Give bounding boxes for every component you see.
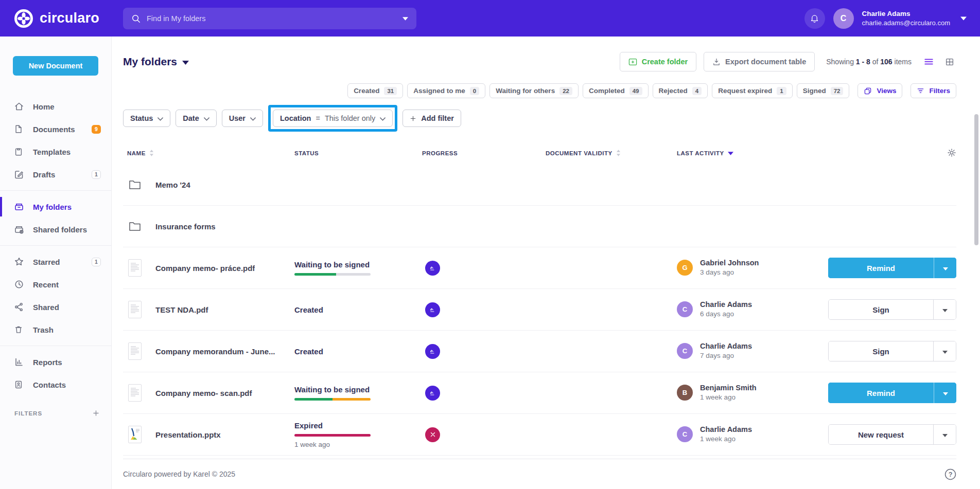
sidebar-item-contacts[interactable]: Contacts: [0, 373, 111, 396]
sign-dropdown-button[interactable]: [933, 341, 956, 361]
vertical-scrollbar-thumb[interactable]: [974, 114, 978, 245]
chip-signed[interactable]: Signed72: [797, 83, 850, 98]
column-header-progress[interactable]: PROGRESS: [422, 150, 546, 156]
chip-assigned-to-me[interactable]: Assigned to me0: [407, 83, 485, 98]
user-email: charlie.adams@circularo.com: [862, 19, 950, 28]
list-view-button[interactable]: [922, 56, 936, 68]
document-row[interactable]: Company memorandum - June...CreatedCChar…: [123, 331, 956, 372]
chip-completed[interactable]: Completed49: [583, 83, 649, 98]
column-header-document-validity[interactable]: DOCUMENT VALIDITY: [546, 150, 677, 157]
user-avatar[interactable]: C: [833, 8, 854, 29]
status-chips-row: Created31Assigned to me0Waiting for othe…: [123, 83, 956, 98]
row-name[interactable]: Presentation.pptx: [155, 430, 221, 439]
table-settings-button[interactable]: [947, 148, 956, 159]
filter-lines-icon: [917, 87, 924, 94]
actor-name: Charlie Adams: [700, 425, 752, 434]
circularo-logo[interactable]: circularo: [13, 8, 99, 29]
chip-waiting-for-others[interactable]: Waiting for others22: [489, 83, 579, 98]
status-subtext: 1 week ago: [294, 441, 422, 448]
chip-created[interactable]: Created31: [347, 83, 403, 98]
row-name[interactable]: Company memorandum - June...: [155, 347, 275, 356]
column-header-last-activity[interactable]: LAST ACTIVITY: [677, 150, 828, 156]
folder-row[interactable]: Insurance forms: [123, 206, 956, 247]
reports-icon: [14, 357, 24, 367]
sidebar-item-reports[interactable]: Reports: [0, 351, 111, 373]
document-row[interactable]: Presentation.pptxExpired1 week agoCCharl…: [123, 414, 956, 456]
chip-rejected[interactable]: Rejected4: [653, 83, 708, 98]
folder-icon: [127, 221, 143, 231]
new-request-button[interactable]: New request: [829, 425, 933, 444]
add-filter-shortcut-button[interactable]: [92, 409, 100, 417]
row-name[interactable]: Company memo- scan.pdf: [155, 389, 252, 397]
views-button[interactable]: Views: [857, 83, 902, 98]
sidebar-item-label: My folders: [33, 203, 72, 211]
sidebar-item-templates[interactable]: Templates: [0, 140, 111, 163]
status-label: Created: [294, 305, 422, 314]
sidebar-item-home[interactable]: Home: [0, 95, 111, 118]
sidebar-item-starred[interactable]: Starred 1: [0, 250, 111, 273]
create-folder-button[interactable]: Create folder: [620, 52, 696, 71]
chip-request-expired[interactable]: Request expired1: [712, 83, 792, 98]
remind-button[interactable]: Remind: [828, 383, 934, 403]
row-name[interactable]: Memo '24: [155, 180, 190, 189]
document-row[interactable]: Company memo- scan.pdfWaiting to be sign…: [123, 372, 956, 414]
svg-text:?: ?: [949, 470, 953, 478]
sidebar-item-my-folders[interactable]: My folders: [0, 195, 111, 218]
chip-count: 49: [629, 87, 642, 95]
column-header-name[interactable]: NAME: [123, 150, 294, 157]
chip-count: 31: [384, 87, 397, 95]
new-document-button[interactable]: New Document: [13, 56, 98, 76]
sidebar-item-drafts[interactable]: Drafts 1: [0, 163, 111, 186]
sign-button[interactable]: Sign: [829, 300, 933, 319]
showing-count: Showing 1 - 8 of 106 items: [826, 58, 912, 66]
filters-button[interactable]: Filters: [911, 83, 956, 98]
signature-progress-icon: [425, 386, 440, 401]
chevron-down-icon: [157, 117, 163, 121]
sidebar-item-shared-folders[interactable]: Shared folders: [0, 218, 111, 241]
document-row[interactable]: Company memo- práce.pdfWaiting to be sig…: [123, 247, 956, 289]
chip-label: Assigned to me: [413, 87, 465, 95]
sort-desc-icon: [728, 150, 733, 156]
remind-dropdown-button[interactable]: [934, 383, 956, 403]
folder-row[interactable]: Memo '24: [123, 164, 956, 206]
main-content: My folders Create folder Export document…: [112, 37, 980, 489]
user-menu-caret-icon[interactable]: [960, 16, 967, 21]
page-title-dropdown[interactable]: My folders: [123, 56, 189, 68]
remind-button[interactable]: Remind: [828, 258, 934, 278]
grid-view-button[interactable]: [943, 56, 956, 68]
status-filter-dropdown[interactable]: Status: [123, 110, 170, 127]
column-header-status[interactable]: STATUS: [294, 150, 422, 156]
remind-dropdown-button[interactable]: [934, 258, 956, 278]
activity-time: 7 days ago: [700, 351, 752, 361]
chevron-down-icon: [250, 117, 256, 121]
circularo-logo-icon: [13, 8, 34, 29]
sidebar-item-label: Reports: [33, 358, 62, 367]
user-filter-dropdown[interactable]: User: [222, 110, 263, 127]
row-name[interactable]: Insurance forms: [155, 222, 216, 231]
sidebar-item-documents[interactable]: Documents 9: [0, 118, 111, 140]
row-name[interactable]: Company memo- práce.pdf: [155, 264, 255, 273]
search-input[interactable]: [147, 14, 396, 23]
search-bar[interactable]: [123, 8, 416, 29]
sidebar-item-shared[interactable]: Shared: [0, 296, 111, 318]
help-button[interactable]: ?: [944, 468, 956, 480]
row-name[interactable]: TEST NDA.pdf: [155, 305, 208, 314]
add-filter-button[interactable]: Add filter: [402, 110, 461, 127]
filters-bar: StatusDateUser Location = This folder on…: [123, 105, 956, 132]
notifications-button[interactable]: [804, 8, 825, 29]
location-filter-dropdown[interactable]: Location = This folder only: [273, 110, 393, 127]
views-icon: [864, 87, 872, 95]
export-document-table-button[interactable]: Export document table: [704, 52, 815, 71]
my-folders-icon: [14, 202, 24, 212]
search-scope-dropdown-icon[interactable]: [402, 17, 408, 21]
sidebar-item-recent[interactable]: Recent: [0, 273, 111, 296]
date-filter-dropdown[interactable]: Date: [176, 110, 216, 127]
sign-button[interactable]: Sign: [829, 341, 933, 361]
document-row[interactable]: TEST NDA.pdfCreatedCCharlie Adams6 days …: [123, 289, 956, 331]
user-menu[interactable]: Charlie Adams charlie.adams@circularo.co…: [862, 9, 950, 28]
contacts-icon: [14, 379, 24, 390]
sign-dropdown-button[interactable]: [933, 300, 956, 319]
new-request-dropdown-button[interactable]: [933, 425, 956, 444]
sidebar-item-trash[interactable]: Trash: [0, 318, 111, 341]
page-title: My folders: [123, 56, 177, 68]
